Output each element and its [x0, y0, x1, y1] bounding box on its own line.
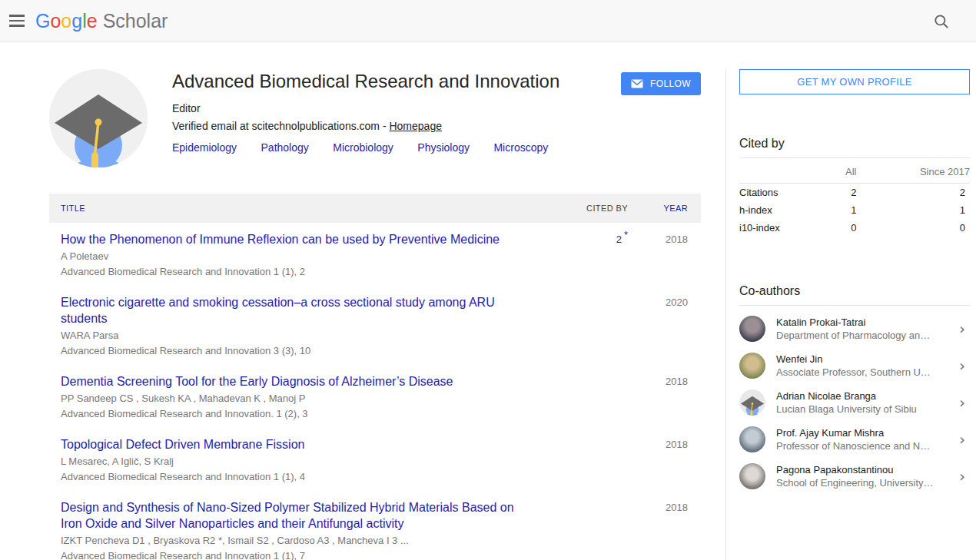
coauthor-affiliation: Professor of Nanoscience and N… [776, 440, 953, 452]
coauthor-item[interactable]: Pagona Papakonstantinou School of Engine… [739, 458, 970, 495]
profile-role: Editor [172, 102, 621, 114]
profile-verified-email: Verified email at scitechnolpublications… [172, 120, 621, 132]
interest-link-epidemiology[interactable]: Epidemiology [172, 141, 237, 154]
logo-letter: G [35, 10, 50, 32]
publication-title-link[interactable]: Design and Synthesis of Nano-Sized Polym… [61, 501, 514, 530]
publication-title-link[interactable]: Electronic cigarette and smoking cessati… [61, 296, 495, 325]
publication-venue: Advanced Biomedical Research and Innovat… [61, 344, 528, 357]
profile-interests: Epidemiology Pathology Microbiology Phys… [172, 141, 621, 154]
coauthor-avatar [739, 463, 765, 489]
metric-i10index-link[interactable]: i10-index [739, 219, 832, 237]
coauthor-item[interactable]: Wenfei Jin Associate Professor, Southern… [739, 347, 970, 384]
publication-venue: Advanced Biomedical Research and Innovat… [61, 549, 528, 560]
publication-row: Topological Defect Driven Membrane Fissi… [49, 428, 701, 491]
coauthor-avatar [739, 389, 765, 416]
main-column: Advanced Biomedical Research and Innovat… [49, 69, 701, 560]
metric-citations-all: 2 [832, 184, 857, 202]
metric-row: h-index 1 1 [739, 201, 970, 219]
publication-title-link[interactable]: Topological Defect Driven Membrane Fissi… [61, 438, 304, 451]
coauthor-name-link[interactable]: Prof. Ajay Kumar Mishra [776, 427, 953, 439]
coauthors-heading: Co-authors [739, 284, 970, 306]
publication-row: Dementia Screening Tool for the Early Di… [49, 365, 701, 428]
publication-year: 2020 [628, 294, 701, 357]
follow-button[interactable]: FOLLOW [621, 72, 701, 95]
coauthor-avatar [739, 426, 765, 452]
interest-link-physiology[interactable]: Physiology [417, 141, 470, 154]
sort-by-cited-header[interactable]: CITED BY [559, 204, 628, 213]
cited-by-asterisk[interactable]: * [624, 229, 628, 240]
profile-info: Advanced Biomedical Research and Innovat… [172, 69, 621, 167]
publications-table: TITLE CITED BY YEAR How the Phenomenon o… [49, 194, 701, 560]
coauthor-name-link[interactable]: Pagona Papakonstantinou [776, 464, 953, 476]
chevron-right-icon: › [953, 358, 970, 373]
metric-i10index-since: 0 [856, 219, 970, 237]
coauthor-item[interactable]: Adrian Nicolae Branga Lucian Blaga Unive… [739, 384, 970, 421]
logo-letter: o [50, 10, 61, 32]
publication-venue: Advanced Biomedical Research and Innovat… [61, 407, 528, 420]
chevron-right-icon: › [953, 432, 970, 447]
coauthor-name-link[interactable]: Wenfei Jin [776, 353, 953, 365]
publication-authors: A Poletaev [61, 250, 528, 263]
profile-avatar[interactable] [49, 69, 148, 167]
google-scholar-logo[interactable]: Google Scholar [35, 10, 168, 32]
publication-year: 2018 [628, 436, 701, 483]
metric-citations-link[interactable]: Citations [739, 184, 832, 202]
metric-citations-since: 2 [856, 184, 970, 202]
sort-by-year-header[interactable]: YEAR [628, 204, 701, 213]
cited-by-heading: Cited by [739, 137, 970, 158]
publication-row: Design and Synthesis of Nano-Sized Polym… [49, 491, 701, 560]
top-bar: Google Scholar [0, 0, 976, 42]
interest-link-pathology[interactable]: Pathology [261, 141, 309, 154]
sidebar: GET MY OWN PROFILE Cited by All Since 20… [725, 69, 976, 560]
coauthor-avatar [739, 353, 765, 379]
cited-by-count-link[interactable]: 2 [616, 234, 622, 245]
hamburger-menu-icon[interactable] [2, 5, 32, 36]
default-scholar-avatar-icon [49, 69, 148, 167]
publication-row: How the Phenomenon of Immune Reflexion c… [49, 223, 701, 286]
publications-table-header: TITLE CITED BY YEAR [49, 194, 701, 223]
metric-hindex-since: 1 [856, 201, 970, 219]
coauthor-item[interactable]: Prof. Ajay Kumar Mishra Professor of Nan… [739, 421, 970, 458]
follow-button-label: FOLLOW [650, 78, 691, 89]
coauthor-name-link[interactable]: Katalin Prokai-Tatrai [776, 316, 953, 328]
chevron-right-icon: › [953, 469, 970, 484]
coauthor-affiliation: Department of Pharmacology an… [776, 330, 953, 341]
metric-i10index-all: 0 [832, 219, 857, 237]
metric-hindex-link[interactable]: h-index [739, 201, 832, 219]
publication-year: 2018 [628, 231, 701, 278]
default-scholar-avatar-icon [739, 389, 765, 416]
metrics-col-all: All [832, 160, 857, 184]
publication-title-link[interactable]: Dementia Screening Tool for the Early Di… [61, 375, 453, 388]
chevron-right-icon: › [953, 395, 970, 410]
metric-row: i10-index 0 0 [739, 219, 970, 237]
sort-by-title-header[interactable]: TITLE [49, 204, 559, 213]
interest-link-microbiology[interactable]: Microbiology [333, 141, 393, 154]
publication-authors: L Mesarec, A Iglič, S Kralj [61, 455, 528, 468]
coauthor-affiliation: Associate Professor, Southern U… [776, 366, 953, 378]
search-icon[interactable] [931, 12, 951, 31]
verified-email-text: Verified email at scitechnolpublications… [172, 120, 389, 132]
citation-metrics-table: All Since 2017 Citations 2 2 h-index 1 1… [739, 160, 970, 237]
logo-letter: e [87, 10, 98, 32]
chevron-right-icon: › [953, 321, 970, 336]
publication-authors: PP Sandeep CS , Sukesh KA , Mahadevan K … [61, 392, 528, 405]
publication-year: 2018 [628, 373, 701, 420]
logo-letter: g [71, 10, 82, 32]
page-content: Advanced Biomedical Research and Innovat… [0, 42, 976, 560]
get-my-own-profile-button[interactable]: GET MY OWN PROFILE [739, 69, 970, 94]
publication-year: 2018 [628, 499, 701, 560]
coauthors-list: Katalin Prokai-Tatrai Department of Phar… [739, 310, 970, 495]
publication-venue: Advanced Biomedical Research and Innovat… [61, 470, 528, 483]
homepage-link[interactable]: Homepage [389, 120, 442, 132]
metrics-col-since: Since 2017 [856, 160, 970, 184]
coauthor-affiliation: Lucian Blaga University of Sibiu [776, 403, 953, 415]
publication-venue: Advanced Biomedical Research and Innovat… [61, 265, 528, 278]
publication-title-link[interactable]: How the Phenomenon of Immune Reflexion c… [61, 233, 500, 246]
metric-hindex-all: 1 [832, 201, 857, 219]
interest-link-microscopy[interactable]: Microscopy [493, 141, 548, 154]
logo-scholar-text: Scholar [103, 10, 168, 32]
coauthor-name-link[interactable]: Adrian Nicolae Branga [776, 390, 953, 402]
publication-authors: WARA Parsa [61, 329, 528, 342]
coauthor-item[interactable]: Katalin Prokai-Tatrai Department of Phar… [739, 310, 970, 347]
metric-row: Citations 2 2 [739, 184, 970, 202]
